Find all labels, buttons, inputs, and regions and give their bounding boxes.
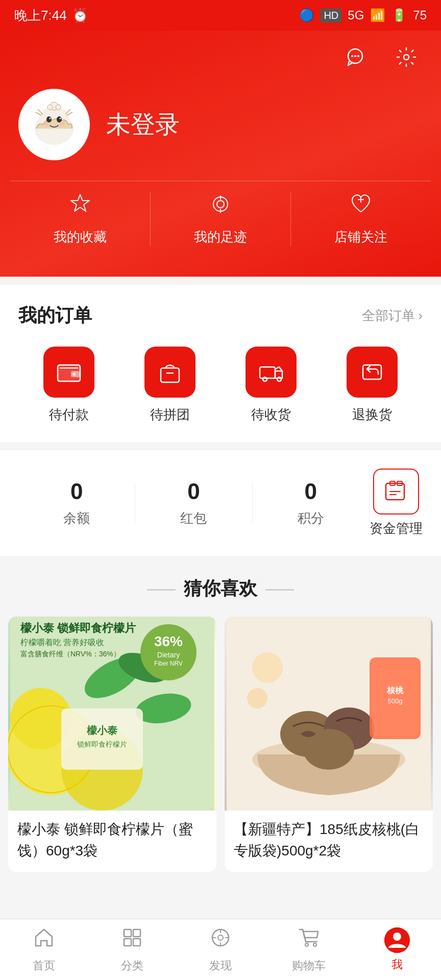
order-pending-delivery[interactable]: 待收货 xyxy=(220,347,322,424)
favorites-link[interactable]: 我的收藏 xyxy=(10,191,151,246)
svg-text:檬小泰 锁鲜即食柠檬片: 檬小泰 锁鲜即食柠檬片 xyxy=(20,622,136,634)
svg-point-3 xyxy=(357,55,359,57)
all-orders-link[interactable]: 全部订单 › xyxy=(362,307,423,325)
nav-category[interactable]: 分类 xyxy=(88,926,177,973)
status-bar: 晚上7:44 ⏰ 🔵 HD 5G 📶 🔋 75 xyxy=(0,0,441,31)
svg-rect-70 xyxy=(133,929,140,937)
header-section: 未登录 我的收藏 我的足迹 xyxy=(0,31,441,277)
bluetooth-icon: 🔵 xyxy=(299,8,314,22)
svg-rect-30 xyxy=(161,368,179,382)
svg-rect-71 xyxy=(124,939,131,946)
svg-point-9 xyxy=(50,118,51,119)
message-button[interactable] xyxy=(339,41,372,74)
bottom-nav: 首页 分类 发现 xyxy=(0,919,441,980)
balance-label: 余额 xyxy=(63,509,90,527)
product-name-1: 檬小泰 锁鲜即食柠檬片（蜜饯）60g*3袋 xyxy=(8,811,216,872)
product-card-1[interactable]: 檬小泰 锁鲜即食柠檬片 36% Dietary Fiber NRV 檬小泰 锁鲜… xyxy=(8,617,216,872)
category-icon xyxy=(121,926,143,954)
svg-point-2 xyxy=(354,55,356,57)
fund-manage-label: 资金管理 xyxy=(370,520,423,537)
product-grid: 檬小泰 锁鲜即食柠檬片 36% Dietary Fiber NRV 檬小泰 锁鲜… xyxy=(0,617,441,872)
cart-icon xyxy=(298,926,320,954)
order-pending-group[interactable]: 待拼团 xyxy=(119,347,220,424)
svg-point-15 xyxy=(56,105,61,110)
nav-mine-label: 我 xyxy=(391,957,403,972)
svg-line-17 xyxy=(36,112,41,115)
mine-avatar xyxy=(384,927,410,953)
nav-discover-label: 发现 xyxy=(209,958,232,973)
lemon-product-visual: 檬小泰 锁鲜即食柠檬片 36% Dietary Fiber NRV 檬小泰 锁鲜… xyxy=(8,617,216,811)
order-pending-payment[interactable]: 待付款 xyxy=(18,347,119,424)
svg-point-8 xyxy=(57,116,62,122)
svg-text:Dietary: Dietary xyxy=(157,651,180,659)
svg-point-1 xyxy=(351,55,353,57)
redpacket-item[interactable]: 0 红包 xyxy=(135,479,252,527)
nav-home-label: 首页 xyxy=(33,958,55,973)
return-icon-box xyxy=(347,347,398,398)
bag-icon-box xyxy=(144,347,195,398)
product-name-2: 【新疆特产】185纸皮核桃(白专版袋)500g*2袋 xyxy=(225,811,433,872)
chevron-right-icon: › xyxy=(418,308,423,324)
nav-mine[interactable]: 我 xyxy=(353,927,441,972)
followed-link[interactable]: 店铺关注 xyxy=(291,191,431,246)
status-time: 晚上7:44 ⏰ xyxy=(14,7,88,24)
svg-point-33 xyxy=(277,377,281,381)
truck-icon-box xyxy=(246,347,297,398)
svg-point-67 xyxy=(252,652,283,683)
points-item[interactable]: 0 积分 xyxy=(253,479,369,527)
svg-text:36%: 36% xyxy=(154,633,183,649)
svg-text:柠檬嚼着吃 营养好吸收: 柠檬嚼着吃 营养好吸收 xyxy=(20,638,104,647)
battery-icon: 🔋 xyxy=(391,8,407,22)
orders-section: 我的订单 全部订单 › 待付款 xyxy=(0,285,441,442)
svg-text:Fiber NRV: Fiber NRV xyxy=(154,660,183,667)
svg-text:500g: 500g xyxy=(388,697,403,705)
alarm-icon: ⏰ xyxy=(72,8,88,23)
svg-point-80 xyxy=(313,943,316,946)
svg-rect-69 xyxy=(124,929,131,937)
hd-badge: HD xyxy=(321,9,341,22)
quick-links: 我的收藏 我的足迹 店铺关注 xyxy=(10,181,431,251)
svg-point-14 xyxy=(47,105,53,110)
settings-button[interactable] xyxy=(390,41,423,74)
svg-point-74 xyxy=(218,935,223,940)
time-text: 晚上7:44 xyxy=(14,7,67,24)
status-icons: 🔵 HD 5G 📶 🔋 75 xyxy=(299,8,427,22)
orders-title: 我的订单 xyxy=(18,303,92,328)
finance-section: 0 余额 0 红包 0 积分 资金管理 xyxy=(0,450,441,556)
nav-home[interactable]: 首页 xyxy=(0,926,88,973)
footprint-label: 我的足迹 xyxy=(194,228,247,246)
svg-point-4 xyxy=(404,55,409,60)
product-image-2: 核桃 500g xyxy=(225,617,433,811)
avatar[interactable] xyxy=(18,89,90,160)
username-text[interactable]: 未登录 xyxy=(106,108,180,141)
svg-rect-48 xyxy=(61,708,143,770)
orders-header: 我的订单 全部订单 › xyxy=(18,303,423,328)
nav-cart[interactable]: 购物车 xyxy=(264,926,353,973)
svg-text:檬小泰: 檬小泰 xyxy=(86,725,117,736)
svg-point-82 xyxy=(393,933,401,941)
footprint-link[interactable]: 我的足迹 xyxy=(151,191,291,246)
order-pending-delivery-label: 待收货 xyxy=(251,406,291,424)
product-image-1: 檬小泰 锁鲜即食柠檬片 36% Dietary Fiber NRV 檬小泰 锁鲜… xyxy=(8,617,216,811)
walnut-product-visual: 核桃 500g xyxy=(225,617,433,811)
svg-point-79 xyxy=(305,943,308,946)
redpacket-value: 0 xyxy=(187,479,200,504)
fund-manage-item[interactable]: 资金管理 xyxy=(370,469,423,537)
svg-rect-72 xyxy=(133,939,140,946)
svg-rect-31 xyxy=(260,367,275,378)
network-bars: 📶 xyxy=(370,8,385,22)
nav-discover[interactable]: 发现 xyxy=(177,926,265,973)
svg-text:富含膳食纤维（NRV%：36%）: 富含膳食纤维（NRV%：36%） xyxy=(20,650,120,658)
profile-row[interactable]: 未登录 xyxy=(0,79,441,181)
wallet-icon-box xyxy=(43,347,94,398)
order-return-label: 退换货 xyxy=(352,406,392,424)
fund-manage-icon xyxy=(373,469,419,514)
avatar-image xyxy=(23,94,85,155)
order-return[interactable]: 退换货 xyxy=(322,347,423,424)
balance-item[interactable]: 0 余额 xyxy=(18,479,135,527)
order-icons-row: 待付款 待拼团 待收货 xyxy=(18,347,423,424)
footprint-icon xyxy=(208,191,233,222)
order-pending-payment-label: 待付款 xyxy=(49,406,89,424)
svg-point-32 xyxy=(263,377,267,381)
product-card-2[interactable]: 核桃 500g 【新疆特产】185纸皮核桃(白专版袋)500g*2袋 xyxy=(225,617,433,872)
